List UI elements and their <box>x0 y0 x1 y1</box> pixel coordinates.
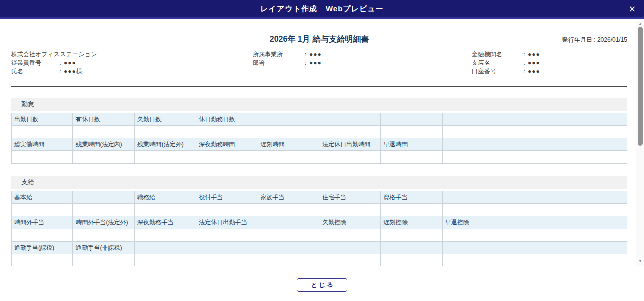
info-line: 支店名 ：●●● <box>472 59 627 67</box>
value-row <box>12 204 627 216</box>
value-cell <box>12 151 73 164</box>
info-block-employee: 株式会社オフィスステーション 従業員番号 ：●●● 氏名 ：●●●様 <box>11 50 253 76</box>
value-cell <box>196 204 258 216</box>
info-label: 口座番号 <box>472 67 521 76</box>
info-value: ：●●● <box>57 59 76 67</box>
close-button[interactable]: とじる <box>297 278 347 292</box>
info-value: ：●●● <box>521 59 540 67</box>
header-cell <box>258 216 319 229</box>
header-cell <box>381 113 442 126</box>
header-cell: 法定休日出勤時間 <box>319 138 380 151</box>
close-icon[interactable]: × <box>629 5 636 13</box>
header-cell: 住宅手当 <box>319 191 380 204</box>
header-row: 通勤手当(課税)通勤手当(非課税) <box>12 242 627 254</box>
header-cell: 深夜勤務時間 <box>196 138 258 151</box>
value-cell <box>504 204 566 216</box>
header-cell: 職務給 <box>134 191 196 204</box>
value-cell <box>504 126 566 138</box>
value-cell <box>12 254 73 266</box>
company-name: 株式会社オフィスステーション <box>11 50 253 59</box>
value-cell <box>196 229 258 242</box>
value-cell <box>381 204 442 216</box>
preview-viewport: 2026年 1月 給与支給明細書 発行年月日 : 2026/01/15 株式会社… <box>0 20 644 266</box>
info-label: 支店名 <box>472 59 521 67</box>
info-label: 所属事業所 <box>253 50 303 59</box>
header-cell: 欠勤日数 <box>134 113 196 126</box>
scroll-thumb[interactable] <box>638 27 643 146</box>
value-cell <box>258 126 319 138</box>
info-label: 氏名 <box>11 67 57 76</box>
header-cell: 欠勤控除 <box>319 216 380 229</box>
section-title-attendance: 勤怠 <box>11 98 627 111</box>
value-cell <box>442 151 504 164</box>
value-cell <box>442 126 504 138</box>
value-cell <box>319 126 380 138</box>
header-cell <box>258 242 319 254</box>
value-row <box>12 254 627 266</box>
info-line: 氏名 ：●●●様 <box>11 67 253 76</box>
value-cell <box>504 229 566 242</box>
value-row <box>12 229 627 242</box>
header-cell <box>196 242 258 254</box>
header-cell <box>442 242 504 254</box>
issue-date: 発行年月日 : 2026/01/15 <box>562 36 627 44</box>
header-cell: 資格手当 <box>381 191 442 204</box>
header-cell: 役付手当 <box>196 191 258 204</box>
value-cell <box>442 254 504 266</box>
value-cell <box>258 254 319 266</box>
value-cell <box>566 126 627 138</box>
header-cell: 家族手当 <box>258 191 319 204</box>
payslip-document: 2026年 1月 給与支給明細書 発行年月日 : 2026/01/15 株式会社… <box>0 20 636 266</box>
payslip-sections: 勤怠出勤日数有休日数欠勤日数休日勤務日数総実働時間残業時間(法定内)残業時間(法… <box>11 98 627 266</box>
info-value: ：●●● <box>303 50 322 59</box>
employee-info: 株式会社オフィスステーション 従業員番号 ：●●● 氏名 ：●●●様 所属事業所… <box>11 50 627 76</box>
info-label: 従業員番号 <box>11 59 57 67</box>
header-cell <box>566 242 627 254</box>
scroll-down-icon[interactable]: ▼ <box>636 258 644 265</box>
value-cell <box>504 151 566 164</box>
value-cell <box>258 229 319 242</box>
footer-bar: とじる <box>0 266 644 301</box>
value-cell <box>134 204 196 216</box>
header-cell: 基本給 <box>12 191 73 204</box>
info-value: ：●●● <box>303 59 322 67</box>
value-cell <box>73 229 134 242</box>
info-line: 部署 ：●●● <box>253 59 472 67</box>
value-cell <box>12 126 73 138</box>
value-cell <box>196 254 258 266</box>
header-cell: 出勤日数 <box>12 113 73 126</box>
value-cell <box>442 204 504 216</box>
value-cell <box>134 254 196 266</box>
header-cell <box>566 191 627 204</box>
vertical-scrollbar[interactable]: ▲ ▼ <box>636 20 644 266</box>
titlebar: レイアウト作成 Webプレビュー × <box>0 0 644 19</box>
info-line: 口座番号 ：●●● <box>472 67 627 76</box>
value-row <box>12 151 627 164</box>
header-cell <box>258 113 319 126</box>
info-block-office: 所属事業所 ：●●● 部署 ：●●● <box>253 50 472 76</box>
value-cell <box>73 204 134 216</box>
info-value: ：●●● <box>521 67 540 76</box>
info-line: 所属事業所 ：●●● <box>253 50 472 59</box>
header-cell <box>319 242 380 254</box>
value-cell <box>381 254 442 266</box>
header-cell <box>134 242 196 254</box>
value-cell <box>319 254 380 266</box>
header-cell: 早退控除 <box>442 216 504 229</box>
header-cell: 早退時間 <box>381 138 442 151</box>
value-cell <box>381 126 442 138</box>
value-cell <box>196 126 258 138</box>
header-cell <box>504 242 566 254</box>
header-cell: 休日勤務日数 <box>196 113 258 126</box>
value-cell <box>442 229 504 242</box>
value-cell <box>566 151 627 164</box>
value-cell <box>134 151 196 164</box>
value-cell <box>381 151 442 164</box>
info-label: 金融機関名 <box>472 50 521 59</box>
header-cell: 総実働時間 <box>12 138 73 151</box>
header-cell: 残業時間(法定内) <box>73 138 134 151</box>
scroll-up-icon[interactable]: ▲ <box>636 20 644 27</box>
section-title-payment: 支給 <box>11 176 627 189</box>
info-value: ：●●●様 <box>57 67 83 76</box>
value-cell <box>566 229 627 242</box>
